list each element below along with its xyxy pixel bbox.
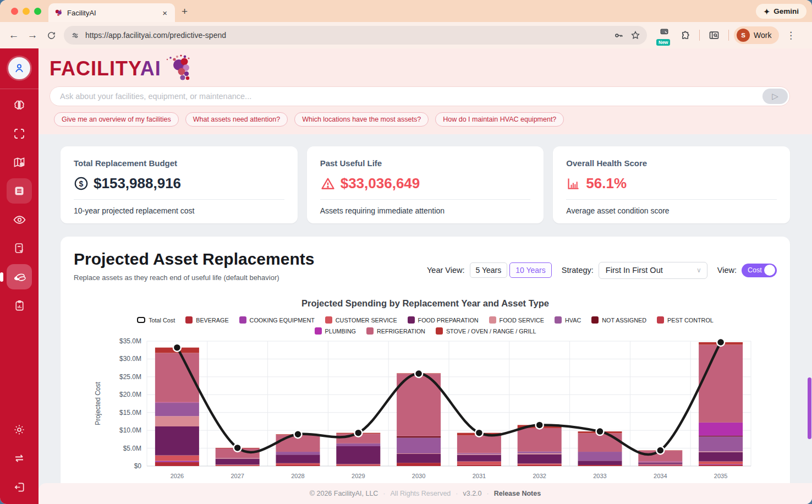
reload-button[interactable] bbox=[42, 26, 61, 45]
selected-indicator bbox=[0, 272, 3, 282]
close-tab-icon[interactable]: × bbox=[160, 8, 169, 18]
year-view-segment: 5 Years 10 Years bbox=[470, 262, 552, 278]
stat-value: $33,036,649 bbox=[341, 175, 420, 192]
sidebar-item-work-orders[interactable] bbox=[7, 235, 32, 261]
suggestion-chips: Give me an overview of my facilities Wha… bbox=[50, 112, 790, 127]
site-settings-icon[interactable] bbox=[70, 31, 80, 40]
scan-frame-icon bbox=[13, 127, 26, 140]
extensions-button[interactable] bbox=[676, 26, 694, 45]
bar-segment bbox=[216, 459, 260, 464]
footer-rights: All Rights Reserved bbox=[391, 490, 451, 497]
new-badge: New bbox=[656, 39, 670, 46]
suggestion-chip[interactable]: Which locations have the most assets? bbox=[294, 112, 429, 127]
bar-segment bbox=[457, 435, 501, 453]
svg-text:$10.0M: $10.0M bbox=[119, 426, 141, 434]
svg-text:2032: 2032 bbox=[533, 473, 546, 479]
suggestion-chip[interactable]: What assets need attention? bbox=[185, 112, 288, 127]
legend-item[interactable]: REFRIGERATION bbox=[366, 327, 425, 335]
legend-item[interactable]: STOVE / OVEN / RANGE / GRILL bbox=[436, 327, 536, 335]
legend-swatch bbox=[239, 316, 246, 324]
stat-title: Overall Health Score bbox=[566, 158, 777, 168]
url-text[interactable]: https://app.facilityai.com/predictive-sp… bbox=[85, 31, 613, 40]
svg-text:2035: 2035 bbox=[714, 473, 727, 479]
legend-item[interactable]: PEST CONTROL bbox=[657, 316, 714, 324]
bar-segment bbox=[276, 452, 320, 454]
sidebar-item-locations[interactable] bbox=[7, 150, 32, 175]
line-marker bbox=[596, 428, 604, 435]
legend-item[interactable]: FOOD PREPARATION bbox=[408, 316, 479, 324]
url-bar[interactable]: https://app.facilityai.com/predictive-sp… bbox=[64, 26, 647, 45]
browser-window: FacilityAI × + ✦ Gemini ← → https://app.… bbox=[0, 0, 812, 504]
bar-segment bbox=[336, 443, 380, 446]
legend-swatch bbox=[325, 316, 332, 324]
bar-segment bbox=[276, 454, 320, 463]
panel-title: Projected Asset Replacements bbox=[74, 250, 314, 269]
gear-icon bbox=[13, 423, 26, 436]
sidebar-item-switch[interactable] bbox=[7, 446, 32, 471]
profile-avatar: S bbox=[737, 29, 750, 42]
footer-version: v3.2.0 bbox=[463, 490, 481, 497]
year-view-10-button[interactable]: 10 Years bbox=[509, 262, 552, 278]
footer-separator: · bbox=[383, 490, 385, 497]
bar-segment bbox=[276, 465, 320, 466]
zoom-window-button[interactable] bbox=[34, 8, 41, 15]
passwords-key-icon[interactable] bbox=[613, 30, 624, 41]
bar-segment bbox=[638, 465, 682, 466]
minimize-window-button[interactable] bbox=[23, 8, 30, 15]
svg-text:$: $ bbox=[79, 179, 84, 188]
legend-item[interactable]: COOKING EQUIPMENT bbox=[239, 316, 315, 324]
bar-segment bbox=[216, 464, 260, 465]
back-button[interactable]: ← bbox=[4, 26, 23, 45]
sidebar-item-logout[interactable] bbox=[7, 474, 32, 500]
svg-text:2033: 2033 bbox=[593, 473, 606, 479]
svg-text:2029: 2029 bbox=[352, 473, 365, 479]
stat-card-total-budget: Total Replacement Budget $ $153,988,916 … bbox=[61, 146, 298, 223]
sidebar-item-scan[interactable] bbox=[7, 121, 32, 146]
scrollbar-thumb[interactable] bbox=[808, 377, 811, 439]
browser-menu-button[interactable]: ⋮ bbox=[781, 26, 800, 45]
bar-segment bbox=[518, 428, 562, 452]
year-view-5-button[interactable]: 5 Years bbox=[470, 262, 508, 278]
sidebar-user-avatar[interactable] bbox=[7, 56, 32, 81]
sidebar-item-assets[interactable] bbox=[7, 178, 32, 204]
side-panel-search-button[interactable] bbox=[705, 26, 723, 45]
send-button[interactable]: ▷ bbox=[762, 89, 788, 104]
map-pin-icon bbox=[13, 156, 26, 169]
sidebar-item-predictive-spend[interactable] bbox=[7, 264, 32, 289]
new-feature-button[interactable]: New bbox=[655, 24, 673, 46]
legend-item[interactable]: CUSTOMER SERVICE bbox=[325, 316, 397, 324]
bar-segment bbox=[518, 453, 562, 454]
sidebar-divider bbox=[0, 89, 39, 89]
close-window-button[interactable] bbox=[11, 8, 18, 15]
cost-view-toggle[interactable]: Cost bbox=[742, 264, 777, 277]
bar-segment bbox=[578, 461, 622, 465]
release-notes-link[interactable]: Release Notes bbox=[494, 490, 541, 497]
bar-segment bbox=[457, 455, 501, 462]
assistant-search-input[interactable] bbox=[50, 86, 790, 106]
sidebar-item-monitoring[interactable] bbox=[7, 207, 32, 232]
profile-chip[interactable]: S Work bbox=[734, 26, 779, 44]
sidebar-item-ai-assistant[interactable] bbox=[7, 92, 32, 118]
legend-item-total[interactable]: Total Cost bbox=[137, 316, 175, 324]
sidebar-item-settings[interactable] bbox=[7, 417, 32, 442]
bar-segment bbox=[397, 436, 441, 438]
toolbar-actions: New S Work ⋮ bbox=[655, 24, 800, 46]
new-tab-button[interactable]: + bbox=[182, 6, 188, 18]
bar-segment bbox=[699, 344, 743, 422]
strategy-select[interactable]: First In First Out ∨ bbox=[599, 262, 707, 279]
legend-item[interactable]: PLUMBING bbox=[315, 327, 356, 335]
sidebar-item-reports[interactable] bbox=[7, 293, 32, 318]
legend-item[interactable]: HVAC bbox=[555, 316, 581, 324]
suggestion-chip[interactable]: Give me an overview of my facilities bbox=[54, 112, 179, 127]
legend-item[interactable]: NOT ASSIGNED bbox=[591, 316, 646, 324]
stat-value: 56.1% bbox=[586, 175, 627, 192]
forward-button[interactable]: → bbox=[23, 26, 42, 45]
bookmark-star-icon[interactable] bbox=[630, 30, 640, 40]
stat-card-health-score: Overall Health Score 56.1% Average asset… bbox=[553, 146, 790, 223]
suggestion-chip[interactable]: How do I maintain HVAC equipment? bbox=[435, 112, 564, 127]
legend-swatch bbox=[591, 316, 599, 324]
legend-item[interactable]: BEVERAGE bbox=[185, 316, 228, 324]
legend-item[interactable]: FOOD SERVICE bbox=[489, 316, 544, 324]
browser-tab[interactable]: FacilityAI × bbox=[48, 3, 175, 22]
gemini-button[interactable]: ✦ Gemini bbox=[756, 4, 806, 19]
